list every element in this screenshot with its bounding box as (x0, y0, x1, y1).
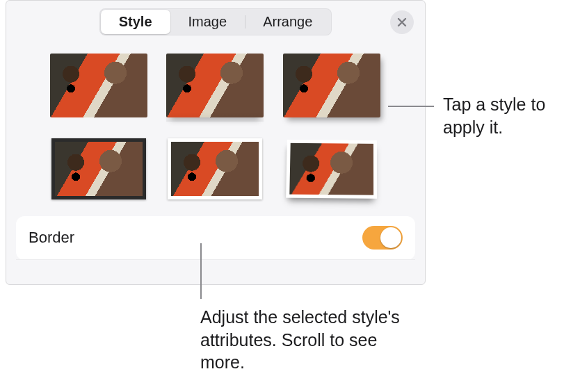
callout-top: Tap a style to apply it. (443, 93, 561, 138)
style-thumb-border-black[interactable] (47, 134, 151, 204)
style-thumb-curl[interactable] (280, 134, 384, 204)
format-panel: Style Image Arrange Border (6, 0, 426, 285)
photo-icon (51, 138, 146, 199)
style-thumb-shadow[interactable] (280, 51, 384, 120)
photo-icon (283, 54, 380, 117)
segmented-control: Style Image Arrange (99, 8, 332, 35)
photo-icon (166, 54, 264, 117)
top-bar: Style Image Arrange (6, 1, 425, 42)
photo-icon (168, 138, 262, 199)
close-icon (397, 17, 407, 27)
switch-knob (380, 227, 401, 248)
tab-image-label: Image (188, 14, 227, 29)
options-card: Border (16, 216, 415, 260)
callout-line-top (388, 106, 434, 107)
photo-icon (50, 54, 147, 117)
tab-style-label: Style (119, 14, 152, 29)
styles-grid (6, 42, 425, 216)
close-button[interactable] (390, 10, 414, 34)
border-row[interactable]: Border (16, 216, 415, 260)
border-label: Border (29, 229, 74, 247)
tab-arrange[interactable]: Arrange (245, 10, 330, 34)
style-thumb-reflect[interactable] (163, 51, 267, 120)
photo-icon (286, 140, 377, 199)
tab-image[interactable]: Image (170, 10, 245, 34)
border-toggle[interactable] (362, 226, 403, 250)
callout-line-bottom (200, 243, 202, 299)
style-thumb-plain[interactable] (47, 51, 151, 120)
style-thumb-border-white[interactable] (163, 134, 267, 204)
callout-bottom: Adjust the selected style's attributes. … (200, 306, 416, 374)
tab-arrange-label: Arrange (263, 14, 312, 29)
tab-style[interactable]: Style (101, 10, 170, 34)
